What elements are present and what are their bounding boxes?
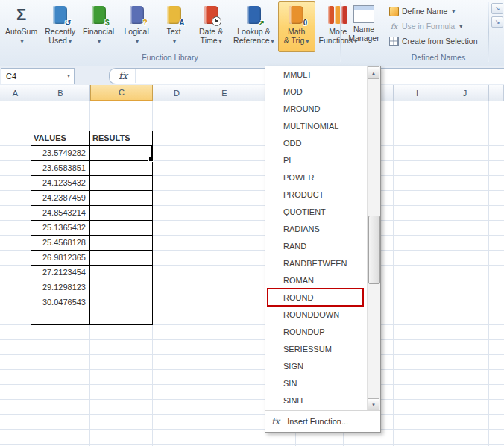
menu-item-odd[interactable]: ODD <box>265 135 368 152</box>
result-cell[interactable] <box>90 266 153 280</box>
insert-function-menu-item[interactable]: fx Insert Function... <box>265 410 380 432</box>
result-cell[interactable] <box>90 251 153 266</box>
chevron-down-icon: ▾ <box>69 38 72 45</box>
autosum-button[interactable]: Σ AutoSum ▾ <box>1 1 41 52</box>
scroll-down-icon[interactable]: ▼ <box>368 398 379 411</box>
value-cell[interactable]: 29.1298123 <box>31 280 90 295</box>
menu-item-product[interactable]: PRODUCT <box>265 186 368 204</box>
chevron-down-icon: ▾ <box>219 38 222 45</box>
menu-item-roundup[interactable]: ROUNDUP <box>265 324 368 341</box>
fill-handle[interactable] <box>148 157 154 162</box>
header-cell-values[interactable]: VALUES <box>31 131 90 146</box>
chevron-down-icon: ▾ <box>271 38 274 45</box>
name-box-value: C4 <box>1 72 63 81</box>
menu-item-seriessum[interactable]: SERIESSUM <box>265 341 368 358</box>
result-cell[interactable] <box>90 191 153 206</box>
value-cell[interactable]: 26.9812365 <box>31 251 90 266</box>
menu-item-sign[interactable]: SIGN <box>265 358 368 375</box>
dropdown-scrollbar[interactable]: ▲ ▼ <box>367 66 380 411</box>
result-cell[interactable] <box>90 161 153 176</box>
result-cell[interactable] <box>90 280 153 295</box>
result-cell[interactable] <box>90 295 153 310</box>
header-cell-results[interactable]: RESULTS <box>90 131 153 146</box>
name-box-arrow-icon[interactable]: ▾ <box>63 69 74 83</box>
column-header-d[interactable]: D <box>153 85 201 101</box>
text-button[interactable]: A Text ▾ <box>155 1 192 52</box>
create-from-selection-button[interactable]: Create from Selection <box>389 34 489 48</box>
value-cell[interactable]: 24.2387459 <box>31 191 90 206</box>
math-trig-button[interactable]: θ Math & Trig▾ <box>278 1 315 52</box>
menu-item-mmult[interactable]: MMULT <box>265 66 368 84</box>
gridline <box>248 101 248 446</box>
menu-item-randbetween[interactable]: RANDBETWEEN <box>265 255 368 272</box>
table-row: 23.6583851 <box>31 161 153 176</box>
menu-item-mod[interactable]: MOD <box>265 84 368 101</box>
chevron-down-icon: ▾ <box>136 38 139 45</box>
value-cell[interactable]: 25.1365432 <box>31 221 90 236</box>
lookup-reference-button[interactable]: ↗ Lookup & Reference▾ <box>230 1 277 52</box>
financial-button[interactable]: $ Financial ▾ <box>79 1 118 52</box>
trace-icon[interactable]: ↘ <box>491 3 503 14</box>
formula-bar: C4 ▾ fx <box>0 66 504 86</box>
empty-cell[interactable] <box>31 310 90 325</box>
financial-icon: $ <box>92 4 106 26</box>
logical-button[interactable]: ? Logical ▾ <box>118 1 155 52</box>
empty-cell[interactable] <box>90 310 153 325</box>
menu-item-sinh[interactable]: SINH <box>265 392 368 409</box>
chevron-down-icon: ▾ <box>21 38 24 45</box>
menu-item-round[interactable]: ROUND <box>265 289 368 307</box>
menu-item-roman[interactable]: ROMAN <box>265 272 368 289</box>
column-header-b[interactable]: B <box>31 85 90 101</box>
table-row: 25.4568128 <box>31 236 153 251</box>
define-name-button[interactable]: Define Name ▾ <box>389 4 489 19</box>
name-manager-button[interactable]: Name Manager <box>341 2 386 54</box>
value-cell[interactable]: 24.1235432 <box>31 176 90 191</box>
recently-used-button[interactable]: ↺ Recently Used▾ <box>41 1 79 52</box>
table-row: 26.9812365 <box>31 251 153 266</box>
result-cell[interactable] <box>90 206 153 221</box>
menu-item-sin[interactable]: SIN <box>265 375 368 392</box>
menu-item-pi[interactable]: PI <box>265 152 368 169</box>
menu-item-rounddown[interactable]: ROUNDDOWN <box>265 307 368 324</box>
use-in-formula-button[interactable]: fx Use in Formula ▾ <box>389 19 489 34</box>
menu-item-power[interactable]: POWER <box>265 169 368 186</box>
value-cell[interactable]: 25.4568128 <box>31 236 90 251</box>
text-icon: A <box>167 4 181 26</box>
menu-item-quotient[interactable]: QUOTIENT <box>265 204 368 221</box>
column-header-j[interactable]: J <box>441 85 489 101</box>
menu-item-multinomial[interactable]: MULTINOMIAL <box>265 118 368 135</box>
fx-icon: fx <box>271 416 280 427</box>
insert-function-icon[interactable]: fx <box>110 69 136 83</box>
spreadsheet-grid[interactable]: VALUES RESULTS 23.5749282 23.6583851 24.… <box>0 101 504 446</box>
column-header-e[interactable]: E <box>201 85 248 101</box>
trace-icon[interactable]: ↘ <box>491 16 503 28</box>
table-row: 27.2123454 <box>31 266 153 280</box>
table-row: 30.0476543 <box>31 295 153 310</box>
scroll-up-icon[interactable]: ▲ <box>368 66 379 79</box>
name-box[interactable]: C4 ▾ <box>1 68 75 84</box>
value-cell[interactable]: 23.5749282 <box>31 146 90 161</box>
table-header-row: VALUES RESULTS <box>31 131 153 146</box>
defined-names-group-label: Defined Names <box>390 53 487 62</box>
button-label: Financial <box>83 27 114 36</box>
table-row: 29.1298123 <box>31 280 153 295</box>
chevron-down-icon: ▾ <box>173 38 176 45</box>
column-header-a[interactable]: A <box>0 85 31 101</box>
value-cell[interactable]: 30.0476543 <box>31 295 90 310</box>
scrollbar-thumb[interactable] <box>368 216 380 284</box>
value-cell[interactable]: 23.6583851 <box>31 161 90 176</box>
column-header-i[interactable]: I <box>394 85 441 101</box>
group-separator <box>488 2 489 62</box>
menu-item-radians[interactable]: RADIANS <box>265 221 368 238</box>
menu-item-mround[interactable]: MROUND <box>265 101 368 118</box>
result-cell[interactable] <box>90 221 153 236</box>
value-cell[interactable]: 24.8543214 <box>31 206 90 221</box>
value-cell[interactable]: 27.2123454 <box>31 266 90 280</box>
menu-item-rand[interactable]: RAND <box>265 238 368 255</box>
result-cell[interactable] <box>90 176 153 191</box>
column-header-c-selected[interactable]: C <box>90 85 153 101</box>
date-time-button[interactable]: Date & Time▾ <box>192 1 230 52</box>
result-cell[interactable] <box>90 236 153 251</box>
function-list: MMULT MOD MROUND MULTINOMIAL ODD PI POWE… <box>265 66 368 411</box>
date-time-icon <box>204 4 218 26</box>
